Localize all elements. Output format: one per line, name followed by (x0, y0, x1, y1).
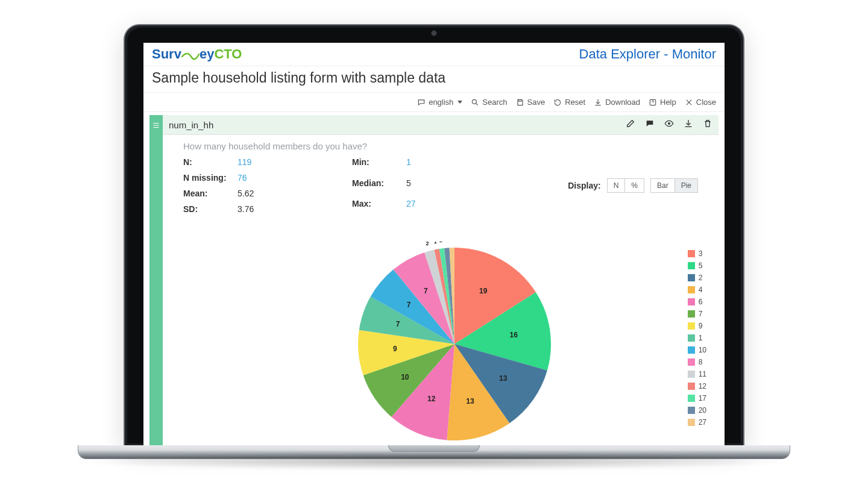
legend-item[interactable]: 27 (688, 416, 706, 428)
eye-icon (664, 119, 674, 128)
save-button[interactable]: Save (516, 98, 546, 107)
pie-slice-label: 1 (434, 242, 437, 245)
help-button[interactable]: Help (649, 98, 676, 107)
legend-swatch (688, 419, 695, 426)
close-button[interactable]: Close (685, 98, 716, 107)
pie-legend: 352467911081112172027 (688, 248, 706, 428)
field-download-button[interactable] (684, 119, 693, 131)
legend-swatch (688, 371, 695, 378)
legend-label: 5 (699, 260, 703, 272)
legend-item[interactable]: 11 (688, 368, 706, 380)
reset-icon (553, 98, 562, 107)
legend-item[interactable]: 2 (688, 272, 706, 284)
legend-label: 12 (699, 380, 706, 392)
legend-swatch (688, 407, 695, 414)
legend-label: 27 (699, 416, 706, 428)
legend-label: 3 (699, 248, 703, 260)
reset-button[interactable]: Reset (553, 98, 585, 107)
legend-label: 8 (699, 356, 703, 368)
visibility-button[interactable] (664, 119, 674, 131)
stat-min-label: Min: (352, 157, 406, 172)
stat-median-label: Median: (352, 178, 406, 193)
download-icon (684, 119, 693, 128)
stats-left: N: 119 N missing: 76 Mean: 5.62 SD: 3.76 (183, 157, 280, 214)
field-sidebar-handle[interactable] (149, 115, 163, 445)
legend-label: 7 (699, 308, 703, 320)
legend-item[interactable]: 12 (688, 380, 706, 392)
svg-point-0 (473, 99, 477, 104)
legend-swatch (688, 262, 695, 269)
legend-swatch (688, 310, 695, 318)
legend-swatch (688, 395, 695, 402)
language-label: english (429, 98, 453, 107)
stat-max-value[interactable]: 27 (406, 199, 448, 214)
laptop-shadow (72, 453, 796, 470)
laptop-camera (431, 30, 437, 36)
stat-mean-value: 5.62 (237, 189, 280, 198)
legend-item[interactable]: 3 (688, 248, 706, 260)
legend-item[interactable]: 4 (688, 284, 706, 296)
pie-slice-label: 19 (479, 287, 488, 295)
top-bar: Surv eyCTO Data Explorer - Monitor (143, 43, 725, 66)
stat-n-label: N: (183, 157, 237, 167)
brand-surv: Surv (152, 46, 181, 61)
toolbar: english Search Save Reset Downloa (143, 93, 725, 112)
close-label: Close (696, 98, 716, 107)
legend-swatch (688, 358, 695, 366)
legend-item[interactable]: 8 (688, 356, 706, 368)
menu-icon (152, 121, 160, 130)
brand-logo: Surv eyCTO (152, 46, 242, 62)
pie-slice-label: 7 (424, 287, 428, 295)
legend-label: 10 (699, 344, 706, 356)
legend-swatch (688, 322, 695, 330)
pie-slice-label: 7 (396, 320, 400, 328)
pie-slice-label: 12 (427, 395, 436, 403)
stat-nmissing-value[interactable]: 76 (237, 173, 280, 183)
display-n-button[interactable]: N (607, 178, 626, 193)
language-dropdown[interactable]: english (417, 98, 462, 107)
legend-item[interactable]: 5 (688, 260, 706, 272)
app-screen: Surv eyCTO Data Explorer - Monitor Sampl… (143, 42, 725, 446)
display-pct-button[interactable]: % (625, 178, 644, 193)
pie-slice-label: 16 (509, 331, 518, 339)
save-icon (516, 98, 524, 107)
search-icon (471, 98, 479, 107)
field-question: How many household members do you have? (163, 135, 719, 157)
display-bar-button[interactable]: Bar (650, 178, 675, 193)
pie-slice-label: 9 (393, 345, 397, 353)
delete-button[interactable] (703, 119, 712, 131)
pie-slice-label: 1 (450, 242, 453, 243)
reset-label: Reset (565, 98, 585, 107)
stat-sd-label: SD: (183, 204, 237, 214)
stat-n-value[interactable]: 119 (237, 157, 280, 167)
legend-item[interactable]: 6 (688, 296, 706, 308)
display-pie-button[interactable]: Pie (675, 178, 698, 193)
pie-slice-label: 13 (499, 374, 508, 383)
comment-icon (645, 119, 655, 128)
download-label: Download (605, 98, 640, 107)
legend-item[interactable]: 20 (688, 404, 706, 416)
legend-item[interactable]: 17 (688, 392, 706, 404)
speech-icon (417, 98, 426, 107)
legend-item[interactable]: 1 (688, 332, 706, 344)
display-label: Display: (568, 181, 600, 190)
stat-nmissing-label: N missing: (183, 173, 237, 183)
comment-button[interactable] (645, 119, 655, 131)
legend-swatch (688, 383, 695, 390)
legend-item[interactable]: 10 (688, 344, 706, 356)
legend-item[interactable]: 9 (688, 320, 706, 332)
legend-label: 2 (699, 272, 703, 284)
download-icon (594, 98, 602, 107)
edit-button[interactable] (626, 119, 635, 131)
download-button[interactable]: Download (594, 98, 640, 107)
brand-swoosh-icon (181, 49, 200, 60)
legend-swatch (688, 250, 695, 257)
pie-slice-label: 2 (426, 242, 429, 246)
chevron-down-icon (458, 101, 462, 104)
trash-icon (703, 119, 712, 128)
legend-item[interactable]: 7 (688, 308, 706, 320)
pie-slice-label: 13 (466, 397, 474, 405)
pie-slice-label: 10 (401, 373, 409, 381)
search-button[interactable]: Search (471, 98, 507, 107)
stat-min-value[interactable]: 1 (406, 157, 448, 172)
